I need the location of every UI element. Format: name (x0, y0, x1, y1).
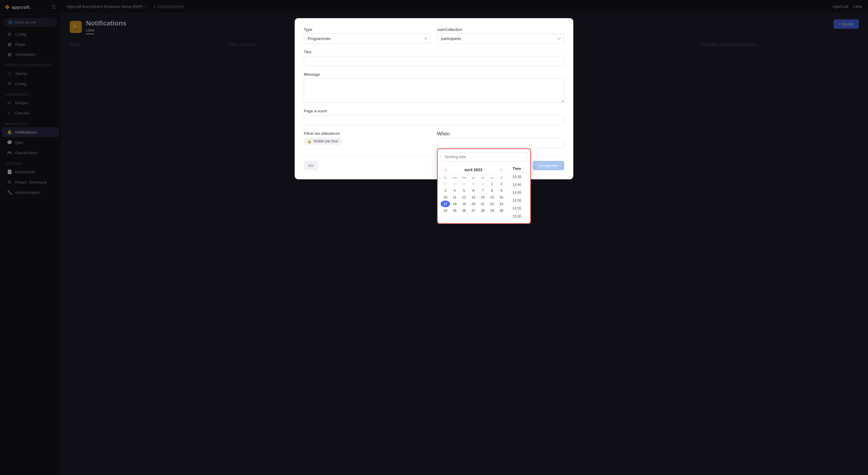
cal-next-button[interactable]: › (498, 167, 504, 173)
cal-cell[interactable]: 4 (450, 187, 460, 194)
time-item-1435[interactable]: 14:35 (506, 173, 527, 181)
cal-grid: 27 28 29 30 31 1 2 3 (441, 181, 506, 214)
calendar-header: ‹ avril 2023 › (441, 165, 506, 175)
cal-cell[interactable]: 15 (487, 194, 497, 201)
cal-cell[interactable]: 24 (441, 207, 450, 214)
main-content: Appcraft Everywhere Business Demo [WIP] … (61, 0, 868, 475)
cal-days-header: lu ma me je ve sa di (441, 175, 506, 181)
calendar-container: ‹ avril 2023 › lu ma me je (441, 165, 527, 220)
page-label: Page à ouvrir (304, 109, 564, 113)
cal-cell[interactable]: 23 (497, 201, 506, 207)
notification-modal: Type ProgramméeImmédiateProgrammée userC… (295, 18, 573, 179)
cal-cell[interactable]: 30 (497, 207, 506, 214)
day-sa: sa (487, 176, 497, 179)
day-lu: lu (441, 176, 450, 179)
day-je: je (469, 176, 478, 179)
page-group: Page à ouvrir (304, 109, 564, 125)
save-button[interactable]: Enregistrer (533, 161, 564, 170)
cal-cell[interactable]: 21 (478, 201, 487, 207)
popup-caret (447, 148, 452, 149)
cal-cell[interactable]: 16 (497, 194, 506, 201)
cal-cell[interactable]: 18 (450, 201, 460, 207)
cal-prev-button[interactable]: ‹ (443, 167, 448, 173)
user-collection-group: userCollection participantsspeakersall (437, 27, 564, 43)
cal-cell[interactable]: 14 (478, 194, 487, 201)
cal-cell[interactable]: 8 (487, 187, 497, 194)
cal-cell[interactable]: 20 (469, 201, 478, 207)
form-row-filter-when: Filtrer les utilisateurs 🔒 Visible par t… (304, 131, 564, 148)
filter-label: Filtrer les utilisateurs (304, 131, 431, 136)
time-item-1440[interactable]: 14:40 (506, 181, 527, 189)
calendar: ‹ avril 2023 › lu ma me je (441, 165, 506, 220)
when-label: When (437, 131, 564, 137)
cal-cell[interactable]: 26 (460, 207, 469, 214)
cal-cell[interactable]: 25 (450, 207, 460, 214)
cal-cell[interactable]: 9 (497, 187, 506, 194)
cal-cell[interactable]: 5 (460, 187, 469, 194)
when-group: When ‹ avril 2023 (437, 131, 564, 148)
message-textarea[interactable] (304, 79, 564, 103)
cal-cell[interactable]: 13 (469, 194, 478, 201)
message-group: Message (304, 72, 564, 103)
code-icon: </> (308, 163, 314, 168)
user-collection-select[interactable]: participantsspeakersall (437, 34, 564, 43)
day-me: me (460, 176, 469, 179)
time-item-1450[interactable]: 14:50 (506, 197, 527, 205)
cal-cell[interactable]: 6 (469, 187, 478, 194)
cal-cell[interactable]: 27 (441, 181, 450, 187)
form-row-page: Page à ouvrir (304, 109, 564, 125)
user-collection-label: userCollection (437, 27, 564, 32)
cal-cell[interactable]: 10 (441, 194, 450, 201)
cal-cell[interactable]: 22 (487, 201, 497, 207)
cal-cell-today[interactable]: 17 (441, 201, 450, 207)
type-select[interactable]: ProgramméeImmédiateProgrammée (304, 34, 431, 43)
filter-group: Filtrer les utilisateurs 🔒 Visible par t… (304, 131, 431, 145)
sending-date-input[interactable] (441, 152, 527, 162)
time-picker: Time 14:35 14:40 14:45 14:50 14:55 15:00 (506, 165, 527, 220)
day-ve: ve (478, 176, 487, 179)
titre-group: Titre (304, 50, 564, 66)
cal-cell[interactable]: 3 (441, 187, 450, 194)
cal-cell[interactable]: 1 (487, 181, 497, 187)
message-label: Message (304, 72, 564, 77)
cal-cell[interactable]: 7 (478, 187, 487, 194)
time-item-1445[interactable]: 14:45 (506, 189, 527, 197)
cal-cell[interactable]: 28 (450, 181, 460, 187)
day-ma: ma (450, 176, 460, 179)
modal-overlay: Type ProgramméeImmédiateProgrammée userC… (61, 0, 868, 475)
type-label: Type (304, 27, 431, 32)
page-input[interactable] (304, 115, 564, 125)
filter-visible-button[interactable]: 🔒 Visible par tous (304, 138, 342, 145)
cal-cell[interactable]: 12 (460, 194, 469, 201)
lock-icon: 🔒 (307, 139, 312, 143)
cal-cell[interactable]: 28 (478, 207, 487, 214)
when-popup-inner: ‹ avril 2023 › lu ma me je (438, 149, 530, 223)
calendar-month: avril 2023 (464, 168, 482, 172)
time-picker-header: Time (506, 165, 527, 173)
time-item-1500[interactable]: 15:00 (506, 212, 527, 220)
when-input[interactable] (437, 139, 564, 148)
form-row-message: Message (304, 72, 564, 103)
code-button[interactable]: </> (304, 161, 318, 170)
cal-cell[interactable]: 11 (450, 194, 460, 201)
cal-cell[interactable]: 2 (497, 181, 506, 187)
cal-cell[interactable]: 30 (469, 181, 478, 187)
cal-cell[interactable]: 31 (478, 181, 487, 187)
day-di: di (497, 176, 506, 179)
form-row-type: Type ProgramméeImmédiateProgrammée userC… (304, 27, 564, 43)
time-item-1455[interactable]: 14:55 (506, 205, 527, 212)
form-row-titre: Titre (304, 50, 564, 66)
when-popup: ‹ avril 2023 › lu ma me je (437, 148, 531, 224)
cal-cell[interactable]: 29 (460, 181, 469, 187)
cal-cell[interactable]: 29 (487, 207, 497, 214)
type-group: Type ProgramméeImmédiateProgrammée (304, 27, 431, 43)
cal-cell[interactable]: 27 (469, 207, 478, 214)
titre-label: Titre (304, 50, 564, 54)
cal-cell[interactable]: 19 (460, 201, 469, 207)
titre-input[interactable] (304, 56, 564, 66)
